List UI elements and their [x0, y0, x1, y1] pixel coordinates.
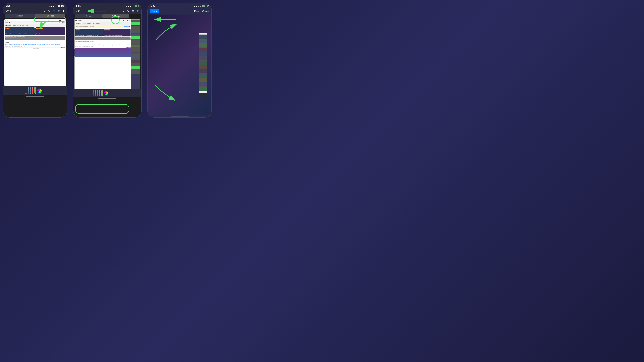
- tool-pen-1[interactable]: [26, 87, 26, 94]
- phone-1-screen: 5:05 ▲▲▲ ▼ 57 Done ↺ ↻ ✏ 🗑 ⬆: [3, 3, 67, 117]
- add-tool-button-2[interactable]: +: [109, 91, 111, 95]
- tool-eraser-2[interactable]: [99, 90, 100, 96]
- done-button-2[interactable]: Don: [76, 9, 80, 12]
- footer-1: ♤ 9to5mac.com: [4, 47, 66, 50]
- screenshot-area-1: 5:05▲▲▲ ▼ 🔋 9TO5Mac ▶f⋮$🔍 Exclusives Sto…: [4, 19, 66, 86]
- time-1: 5:05: [6, 5, 10, 7]
- home-indicator-3: [170, 116, 189, 116]
- tool-ruler-2[interactable]: [101, 90, 103, 96]
- status-icons-3: ▲▲▲ ▼ 57: [194, 5, 209, 7]
- toolbar-2: Don ⊡ ↺ ↻ 🗑 ⬆: [73, 8, 141, 14]
- battery-icon-3: [202, 5, 206, 7]
- time-2: 5:05: [76, 5, 81, 7]
- dialog-1: "Messages" would like to paste from "Saf…: [5, 36, 65, 40]
- tool-pencil-2[interactable]: [95, 90, 96, 96]
- screen-tab-2[interactable]: Screen: [75, 14, 102, 18]
- tool-ruler-1[interactable]: [34, 87, 36, 94]
- undo-button-1[interactable]: ↺: [44, 9, 46, 12]
- fullpage-tab-2[interactable]: Full Page: [102, 14, 129, 18]
- drawing-tools-1: +: [3, 86, 67, 95]
- trash-button-1[interactable]: 🗑: [57, 9, 60, 12]
- screenshot-with-scroll: 9TO5Mac ▶f⋮$🔍 Exclusives Store iPhone Ma…: [74, 19, 140, 89]
- phone-2-screen: 5:05 ▲▲▲ ▼: [73, 3, 141, 117]
- time-3: 5:05: [150, 5, 155, 7]
- arrow-down-to-filmstrip: [152, 82, 177, 104]
- screen-tab-1[interactable]: Screen: [5, 14, 35, 18]
- article-title-1: iPhone 14 Pro camera shaking and rattlin…: [5, 44, 65, 45]
- signal-icon-2: ▲▲▲: [126, 5, 132, 7]
- home-indicator-1: [26, 96, 44, 97]
- tool-pencil-1[interactable]: [28, 87, 29, 94]
- undo-button-2[interactable]: ↺: [122, 9, 125, 12]
- mini-browser-1: 5:05▲▲▲ ▼ 🔋 9TO5Mac ▶f⋮$🔍 Exclusives Sto…: [4, 19, 66, 86]
- phone-3: 5:05 ▲▲▲ ▼ 57: [148, 3, 212, 118]
- filmstrip: [199, 33, 207, 98]
- battery-icon-1: [58, 5, 62, 7]
- redo-button-1[interactable]: ↻: [48, 9, 50, 12]
- trash-button-2[interactable]: 🗑: [132, 9, 134, 12]
- color-wheel-1[interactable]: [37, 88, 42, 93]
- tool-pen-2[interactable]: [93, 90, 94, 96]
- phone-1: 5:05 ▲▲▲ ▼ 57 Done ↺ ↻ ✏ 🗑 ⬆: [3, 3, 67, 118]
- markup-button-1[interactable]: ✏: [53, 9, 55, 12]
- mini-browser-2: 9TO5Mac ▶f⋮$🔍 Exclusives Store iPhone Ma…: [74, 19, 131, 89]
- done-button-3[interactable]: Done: [150, 9, 159, 13]
- redo-button-2[interactable]: ↻: [127, 9, 130, 12]
- page-scrollbar[interactable]: [131, 19, 140, 89]
- today-label-1: TODAY: [5, 42, 65, 43]
- crop-area-3: [148, 14, 212, 115]
- fullpage-highlight: [34, 17, 66, 22]
- cancel-button-3[interactable]: Cancel: [202, 10, 209, 12]
- tool-marker-1[interactable]: [30, 87, 31, 94]
- crop-button-2[interactable]: ⊡: [118, 9, 120, 13]
- signal-icon-1: ▲▲▲: [49, 5, 54, 7]
- home-indicator-2: [98, 98, 116, 99]
- done-button-1[interactable]: Done: [6, 9, 12, 12]
- share-button-1[interactable]: ⬆: [62, 9, 65, 12]
- status-icons-2: ▲▲▲ ▼: [126, 5, 138, 7]
- battery-percent-1: 57: [62, 5, 64, 7]
- add-tool-button-1[interactable]: +: [43, 89, 45, 93]
- status-bar-3: 5:05 ▲▲▲ ▼ 57: [148, 3, 212, 8]
- arrow-up-to-filmstrip: [153, 21, 178, 43]
- tools-highlight-2: [75, 104, 130, 114]
- phone-2: 5:05 ▲▲▲ ▼: [73, 3, 142, 118]
- status-icons-1: ▲▲▲ ▼ 57: [49, 5, 64, 7]
- toolbar-3: Done Reset Cancel: [148, 8, 212, 14]
- battery-percent-3: 57: [207, 5, 209, 7]
- wifi-icon-3: ▼: [200, 5, 202, 7]
- reset-button-3[interactable]: Reset: [194, 10, 200, 12]
- toolbar-1: Done ↺ ↻ ✏ 🗑 ⬆: [3, 8, 67, 13]
- color-wheel-2[interactable]: [104, 91, 108, 95]
- status-bar-2: 5:05 ▲▲▲ ▼: [73, 3, 141, 8]
- drawing-tools-2: +: [73, 89, 141, 97]
- reset-cancel-group: Reset Cancel: [194, 10, 209, 12]
- phone-3-screen: 5:05 ▲▲▲ ▼ 57: [148, 3, 212, 117]
- tool-marker-2[interactable]: [97, 90, 98, 96]
- status-bar-1: 5:05 ▲▲▲ ▼ 57: [3, 3, 67, 8]
- signal-icon-3: ▲▲▲: [194, 5, 199, 7]
- wifi-icon-2: ▼: [132, 5, 134, 7]
- author-1: Chance Miller · Sep 19th 2022 1:00 pm PT…: [5, 46, 65, 47]
- tool-eraser-1[interactable]: [32, 87, 33, 94]
- share-button-2[interactable]: ⬆: [137, 9, 139, 12]
- battery-icon-2: [134, 5, 138, 7]
- segment-control-2: Screen Full Page: [75, 14, 130, 18]
- wifi-icon-1: ▼: [55, 5, 57, 7]
